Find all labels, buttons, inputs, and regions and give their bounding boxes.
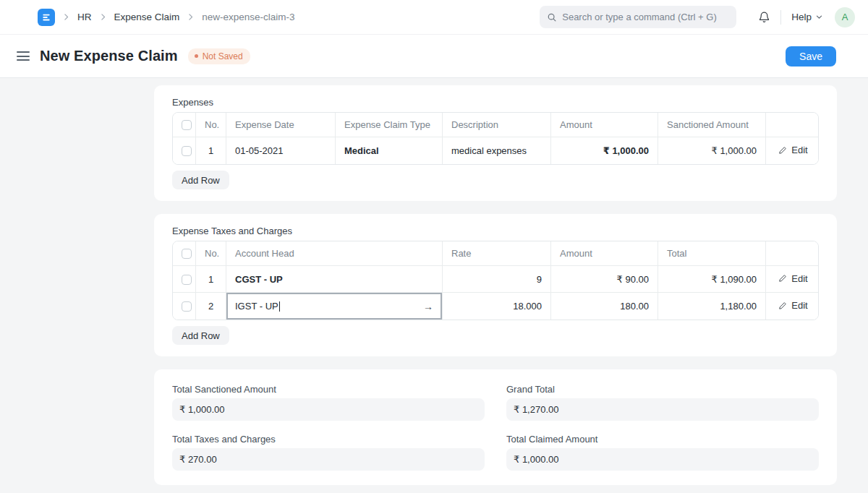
total-cell[interactable]: ₹ 1,090.00 — [658, 266, 766, 293]
row-edit-button[interactable]: Edit — [775, 300, 812, 311]
expenses-add-row-button[interactable]: Add Row — [172, 171, 229, 189]
expenses-header-row: No. Expense Date Expense Claim Type Desc… — [173, 113, 819, 137]
field-grand-total: Grand Total ₹ 1,270.00 — [506, 384, 819, 421]
field-label: Total Sanctioned Amount — [172, 384, 485, 395]
form-body: Expenses No. Expense Date Expense Claim … — [154, 78, 837, 485]
field-total-sanctioned-amount: Total Sanctioned Amount ₹ 1,000.00 — [172, 384, 485, 421]
col-header-amount: Amount — [551, 241, 658, 266]
row-checkbox[interactable] — [182, 146, 192, 156]
breadcrumb-hr[interactable]: HR — [77, 12, 92, 22]
col-header-edit — [766, 241, 819, 266]
expense-claim-type-cell[interactable]: Medical — [336, 137, 443, 164]
page-title: New Expense Claim — [40, 48, 178, 64]
select-all-checkbox[interactable] — [182, 249, 192, 259]
top-navbar: HR Expense Claim new-expense-claim-3 Hel… — [0, 0, 868, 35]
sanctioned-amount-cell[interactable]: ₹ 1,000.00 — [658, 137, 766, 164]
status-badge: Not Saved — [188, 48, 250, 64]
total-taxes-and-charges-value: ₹ 270.00 — [172, 448, 485, 471]
totals-section: Total Sanctioned Amount ₹ 1,000.00 Grand… — [154, 369, 837, 485]
breadcrumb-chevron-icon — [98, 12, 108, 22]
row-checkbox[interactable] — [182, 301, 192, 312]
taxes-section: Expense Taxes and Charges No. Account He… — [154, 214, 837, 356]
row-number: 1 — [196, 266, 226, 293]
account-head-cell[interactable]: CGST - UP — [226, 266, 443, 293]
col-header-expense-claim-type: Expense Claim Type — [336, 113, 443, 137]
status-badge-label: Not Saved — [203, 51, 243, 61]
col-header-no: No. — [196, 113, 226, 137]
amount-cell[interactable]: ₹ 90.00 — [551, 266, 658, 293]
total-sanctioned-amount-value: ₹ 1,000.00 — [172, 398, 485, 421]
open-link-arrow-icon[interactable]: → — [423, 301, 433, 312]
col-header-expense-date: Expense Date — [226, 113, 336, 137]
col-header-description: Description — [443, 113, 551, 137]
row-edit-button[interactable]: Edit — [775, 145, 812, 155]
field-total-claimed-amount: Total Claimed Amount ₹ 1,000.00 — [506, 434, 819, 471]
col-header-edit — [766, 113, 819, 137]
tax-row-2-editing: 2 IGST - UP → 18.000 180.00 1,180.00 — [173, 293, 819, 320]
row-edit-button[interactable]: Edit — [775, 273, 812, 284]
total-cell[interactable]: 1,180.00 — [658, 293, 766, 320]
expenses-grid: No. Expense Date Expense Claim Type Desc… — [173, 113, 819, 164]
save-button[interactable]: Save — [786, 46, 836, 67]
edit-label: Edit — [791, 273, 807, 284]
breadcrumb-expense-claim[interactable]: Expense Claim — [114, 12, 180, 22]
row-number: 1 — [196, 137, 226, 164]
field-total-taxes-and-charges: Total Taxes and Charges ₹ 270.00 — [172, 434, 485, 471]
edit-pencil-icon — [778, 301, 787, 310]
expense-row-1: 1 01-05-2021 Medical medical expenses ₹ … — [173, 137, 819, 164]
description-cell[interactable]: medical expenses — [443, 137, 551, 164]
select-all-checkbox[interactable] — [182, 120, 192, 130]
taxes-section-label: Expense Taxes and Charges — [172, 226, 819, 236]
total-claimed-amount-value: ₹ 1,000.00 — [506, 448, 819, 471]
edit-pencil-icon — [778, 146, 787, 155]
breadcrumb-current-doc: new-expense-claim-3 — [202, 12, 294, 22]
rate-cell[interactable]: 9 — [443, 266, 551, 293]
help-label: Help — [791, 12, 812, 22]
chevron-down-icon — [815, 13, 823, 21]
row-number: 2 — [196, 293, 226, 320]
col-header-rate: Rate — [443, 241, 551, 266]
avatar-initial: A — [842, 12, 848, 22]
account-head-input-value: IGST - UP — [235, 301, 278, 312]
field-label: Total Taxes and Charges — [172, 434, 485, 445]
expenses-section-label: Expenses — [172, 97, 819, 108]
rate-cell[interactable]: 18.000 — [443, 293, 551, 320]
tax-row-1: 1 CGST - UP 9 ₹ 90.00 ₹ 1,090.00 Edit — [173, 266, 819, 293]
expense-date-cell[interactable]: 01-05-2021 — [226, 137, 336, 164]
navbar-right-cluster: Help A — [540, 6, 855, 28]
field-label: Total Claimed Amount — [506, 434, 819, 445]
col-header-account-head: Account Head — [226, 241, 443, 266]
taxes-add-row-button[interactable]: Add Row — [172, 326, 229, 345]
notifications-bell-icon[interactable] — [758, 11, 770, 23]
edit-pencil-icon — [778, 274, 787, 283]
edit-label: Edit — [791, 145, 807, 155]
help-menu[interactable]: Help — [791, 12, 823, 22]
status-dot-icon — [195, 54, 198, 58]
app-logo-icon[interactable] — [38, 9, 55, 26]
sidebar-toggle-menu-icon[interactable] — [17, 51, 30, 61]
row-checkbox[interactable] — [182, 275, 192, 285]
col-header-no: No. — [196, 241, 226, 266]
user-avatar[interactable]: A — [835, 7, 855, 27]
amount-cell[interactable]: ₹ 1,000.00 — [551, 137, 658, 164]
field-label: Grand Total — [506, 384, 819, 395]
col-header-total: Total — [658, 241, 766, 266]
breadcrumb-chevron-icon — [186, 12, 195, 22]
account-head-input-cell[interactable]: IGST - UP → — [226, 293, 443, 320]
grand-total-value: ₹ 1,270.00 — [506, 398, 819, 421]
search-input[interactable] — [562, 12, 729, 22]
taxes-grid: No. Account Head Rate Amount Total 1 CGS… — [173, 241, 819, 320]
text-cursor — [279, 301, 281, 312]
col-header-sanctioned-amount: Sanctioned Amount — [658, 113, 766, 137]
taxes-header-row: No. Account Head Rate Amount Total — [173, 241, 819, 266]
expenses-section: Expenses No. Expense Date Expense Claim … — [154, 85, 837, 201]
search-icon — [547, 12, 557, 22]
amount-cell[interactable]: 180.00 — [551, 293, 658, 320]
page-header: New Expense Claim Not Saved Save — [0, 35, 868, 78]
edit-label: Edit — [791, 300, 807, 311]
global-search[interactable] — [540, 6, 736, 28]
col-header-amount: Amount — [551, 113, 658, 137]
breadcrumb-chevron-icon — [61, 12, 71, 22]
navbar-divider — [780, 10, 781, 25]
